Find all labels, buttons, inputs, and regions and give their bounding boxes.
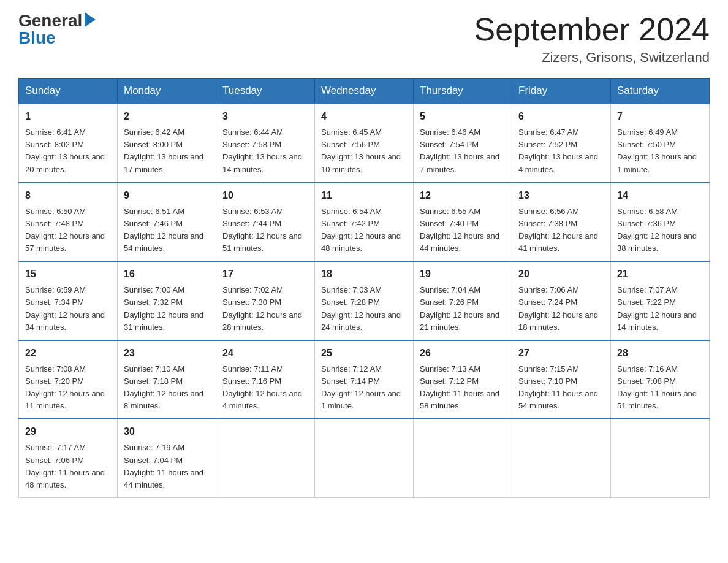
day-number: 13 — [518, 188, 604, 203]
day-number: 27 — [518, 346, 604, 361]
day-info: Sunrise: 7:19 AMSunset: 7:04 PMDaylight:… — [124, 443, 203, 489]
day-info: Sunrise: 6:50 AMSunset: 7:48 PMDaylight:… — [25, 207, 105, 253]
day-info: Sunrise: 7:15 AMSunset: 7:10 PMDaylight:… — [518, 364, 598, 410]
logo-general-text: General — [18, 12, 82, 29]
title-block: September 2024 Zizers, Grisons, Switzerl… — [474, 12, 710, 66]
calendar-day-cell: 20 Sunrise: 7:06 AMSunset: 7:24 PMDaylig… — [512, 261, 611, 340]
day-number: 6 — [518, 109, 604, 124]
calendar-day-cell: 17 Sunrise: 7:02 AMSunset: 7:30 PMDaylig… — [216, 261, 315, 340]
logo-arrow-icon — [85, 12, 96, 27]
calendar-day-cell: 22 Sunrise: 7:08 AMSunset: 7:20 PMDaylig… — [19, 340, 118, 419]
day-info: Sunrise: 6:54 AMSunset: 7:42 PMDaylight:… — [321, 207, 401, 253]
calendar-day-cell: 9 Sunrise: 6:51 AMSunset: 7:46 PMDayligh… — [118, 183, 216, 262]
day-number: 22 — [25, 346, 111, 361]
day-number: 21 — [617, 267, 703, 282]
day-info: Sunrise: 7:13 AMSunset: 7:12 PMDaylight:… — [420, 364, 499, 410]
calendar-day-cell — [216, 419, 315, 497]
col-header-monday: Monday — [118, 79, 216, 104]
day-number: 23 — [124, 346, 210, 361]
day-info: Sunrise: 6:55 AMSunset: 7:40 PMDaylight:… — [420, 207, 499, 253]
col-header-saturday: Saturday — [611, 79, 710, 104]
calendar-day-cell: 16 Sunrise: 7:00 AMSunset: 7:32 PMDaylig… — [118, 261, 216, 340]
day-info: Sunrise: 7:12 AMSunset: 7:14 PMDaylight:… — [321, 364, 401, 410]
col-header-thursday: Thursday — [414, 79, 512, 104]
calendar-day-cell: 21 Sunrise: 7:07 AMSunset: 7:22 PMDaylig… — [611, 261, 710, 340]
day-info: Sunrise: 6:42 AMSunset: 8:00 PMDaylight:… — [124, 128, 203, 174]
day-number: 20 — [518, 267, 604, 282]
day-number: 17 — [222, 267, 308, 282]
day-info: Sunrise: 7:02 AMSunset: 7:30 PMDaylight:… — [222, 285, 302, 331]
calendar-day-cell: 28 Sunrise: 7:16 AMSunset: 7:08 PMDaylig… — [611, 340, 710, 419]
day-number: 30 — [124, 424, 210, 439]
day-number: 26 — [420, 346, 506, 361]
day-number: 7 — [617, 109, 703, 124]
day-info: Sunrise: 6:41 AMSunset: 8:02 PMDaylight:… — [25, 128, 105, 174]
calendar-day-cell: 7 Sunrise: 6:49 AMSunset: 7:50 PMDayligh… — [611, 104, 710, 183]
calendar-day-cell: 14 Sunrise: 6:58 AMSunset: 7:36 PMDaylig… — [611, 183, 710, 262]
logo: General Blue — [18, 12, 96, 47]
day-number: 5 — [420, 109, 506, 124]
day-info: Sunrise: 7:10 AMSunset: 7:18 PMDaylight:… — [124, 364, 203, 410]
day-number: 19 — [420, 267, 506, 282]
calendar-day-cell: 30 Sunrise: 7:19 AMSunset: 7:04 PMDaylig… — [118, 419, 216, 497]
day-info: Sunrise: 6:56 AMSunset: 7:38 PMDaylight:… — [518, 207, 598, 253]
col-header-tuesday: Tuesday — [216, 79, 315, 104]
calendar-day-cell: 27 Sunrise: 7:15 AMSunset: 7:10 PMDaylig… — [512, 340, 611, 419]
day-number: 28 — [617, 346, 703, 361]
calendar-day-cell: 6 Sunrise: 6:47 AMSunset: 7:52 PMDayligh… — [512, 104, 611, 183]
day-info: Sunrise: 6:58 AMSunset: 7:36 PMDaylight:… — [617, 207, 697, 253]
day-info: Sunrise: 6:49 AMSunset: 7:50 PMDaylight:… — [617, 128, 697, 174]
day-info: Sunrise: 6:47 AMSunset: 7:52 PMDaylight:… — [518, 128, 598, 174]
day-number: 14 — [617, 188, 703, 203]
calendar-day-cell: 3 Sunrise: 6:44 AMSunset: 7:58 PMDayligh… — [216, 104, 315, 183]
col-header-friday: Friday — [512, 79, 611, 104]
day-number: 25 — [321, 346, 407, 361]
day-info: Sunrise: 7:17 AMSunset: 7:06 PMDaylight:… — [25, 443, 105, 489]
location-subtitle: Zizers, Grisons, Switzerland — [474, 50, 710, 66]
day-number: 16 — [124, 267, 210, 282]
calendar-day-cell: 26 Sunrise: 7:13 AMSunset: 7:12 PMDaylig… — [414, 340, 512, 419]
col-header-wednesday: Wednesday — [315, 79, 414, 104]
day-info: Sunrise: 7:03 AMSunset: 7:28 PMDaylight:… — [321, 285, 401, 331]
calendar-day-cell: 4 Sunrise: 6:45 AMSunset: 7:56 PMDayligh… — [315, 104, 414, 183]
calendar-day-cell: 19 Sunrise: 7:04 AMSunset: 7:26 PMDaylig… — [414, 261, 512, 340]
day-info: Sunrise: 7:04 AMSunset: 7:26 PMDaylight:… — [420, 285, 499, 331]
day-info: Sunrise: 6:44 AMSunset: 7:58 PMDaylight:… — [222, 128, 302, 174]
calendar-day-cell: 11 Sunrise: 6:54 AMSunset: 7:42 PMDaylig… — [315, 183, 414, 262]
calendar-day-cell: 8 Sunrise: 6:50 AMSunset: 7:48 PMDayligh… — [19, 183, 118, 262]
calendar-day-cell — [414, 419, 512, 497]
day-number: 8 — [25, 188, 111, 203]
calendar-day-cell — [611, 419, 710, 497]
day-number: 9 — [124, 188, 210, 203]
day-number: 15 — [25, 267, 111, 282]
day-info: Sunrise: 6:51 AMSunset: 7:46 PMDaylight:… — [124, 207, 203, 253]
calendar-day-cell: 18 Sunrise: 7:03 AMSunset: 7:28 PMDaylig… — [315, 261, 414, 340]
month-title: September 2024 — [474, 12, 710, 47]
day-number: 18 — [321, 267, 407, 282]
day-info: Sunrise: 7:07 AMSunset: 7:22 PMDaylight:… — [617, 285, 697, 331]
day-number: 4 — [321, 109, 407, 124]
calendar-week-row: 1 Sunrise: 6:41 AMSunset: 8:02 PMDayligh… — [19, 104, 710, 183]
calendar-day-cell — [315, 419, 414, 497]
calendar-day-cell: 12 Sunrise: 6:55 AMSunset: 7:40 PMDaylig… — [414, 183, 512, 262]
calendar-day-cell: 13 Sunrise: 6:56 AMSunset: 7:38 PMDaylig… — [512, 183, 611, 262]
calendar-day-cell: 24 Sunrise: 7:11 AMSunset: 7:16 PMDaylig… — [216, 340, 315, 419]
day-number: 3 — [222, 109, 308, 124]
calendar-day-cell: 15 Sunrise: 6:59 AMSunset: 7:34 PMDaylig… — [19, 261, 118, 340]
calendar-day-cell — [512, 419, 611, 497]
day-info: Sunrise: 7:08 AMSunset: 7:20 PMDaylight:… — [25, 364, 105, 410]
calendar-day-cell: 29 Sunrise: 7:17 AMSunset: 7:06 PMDaylig… — [19, 419, 118, 497]
day-number: 2 — [124, 109, 210, 124]
day-info: Sunrise: 6:45 AMSunset: 7:56 PMDaylight:… — [321, 128, 401, 174]
calendar-day-cell: 1 Sunrise: 6:41 AMSunset: 8:02 PMDayligh… — [19, 104, 118, 183]
day-number: 12 — [420, 188, 506, 203]
day-info: Sunrise: 7:00 AMSunset: 7:32 PMDaylight:… — [124, 285, 203, 331]
day-info: Sunrise: 7:11 AMSunset: 7:16 PMDaylight:… — [222, 364, 302, 410]
day-info: Sunrise: 6:46 AMSunset: 7:54 PMDaylight:… — [420, 128, 499, 174]
calendar-header-row: Sunday Monday Tuesday Wednesday Thursday… — [19, 79, 710, 104]
day-number: 11 — [321, 188, 407, 203]
calendar-week-row: 29 Sunrise: 7:17 AMSunset: 7:06 PMDaylig… — [19, 419, 710, 497]
day-number: 24 — [222, 346, 308, 361]
day-number: 10 — [222, 188, 308, 203]
day-number: 1 — [25, 109, 111, 124]
